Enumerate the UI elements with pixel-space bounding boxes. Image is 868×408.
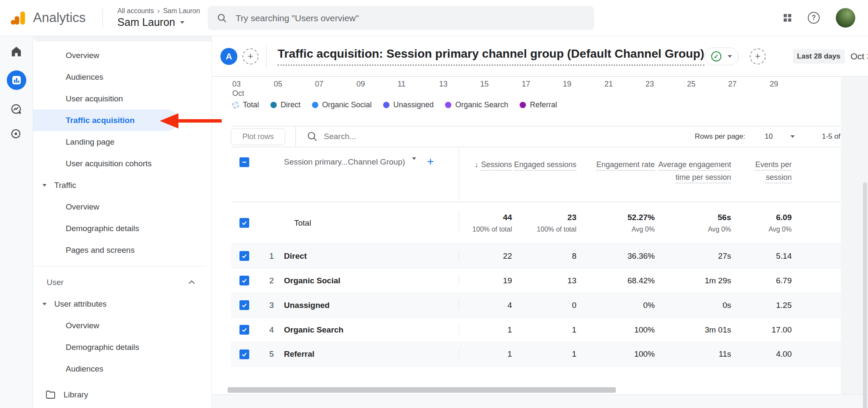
sidebar-item-library[interactable]: Library xyxy=(33,384,211,405)
legend-dot-icon xyxy=(445,102,451,108)
legend-item-unassigned: Unassigned xyxy=(383,101,434,109)
x-tick: 11 xyxy=(398,79,406,89)
sidebar-item-traffic-acquisition[interactable]: Traffic acquisition xyxy=(33,109,178,131)
nav-rail xyxy=(0,36,33,408)
sidebar-item-traffic-demographic-details[interactable]: Demographic details xyxy=(33,218,211,239)
sidebar-item-user-overview[interactable]: Overview xyxy=(33,315,211,336)
legend-item-total: Total xyxy=(232,101,259,109)
explore-icon[interactable] xyxy=(11,103,22,115)
cell-rate: 0% xyxy=(576,301,655,310)
dimension-header-cell: Session primary...Channel Group) + xyxy=(231,147,459,202)
sidebar-group-user-attributes[interactable]: User attributes xyxy=(33,293,211,315)
total-engaged: 23 100% of total xyxy=(512,213,576,233)
table-search-input[interactable] xyxy=(324,132,451,141)
add-report-button[interactable]: + xyxy=(750,48,766,64)
sidebar-item-overview[interactable]: Overview xyxy=(33,45,211,66)
row-checkbox[interactable] xyxy=(239,218,249,228)
report-status-button[interactable]: ✓ xyxy=(704,48,739,65)
sidebar-item-audiences[interactable]: Audiences xyxy=(33,66,211,88)
account-switcher[interactable]: Sam Lauron xyxy=(117,16,200,28)
cell-avg-time: 1m 29s xyxy=(655,276,731,285)
legend-item-direct: Direct xyxy=(270,101,300,109)
row-label-cell: 2 Organic Social xyxy=(231,268,459,293)
rows-per-page-value[interactable]: 10 xyxy=(765,132,773,141)
select-all-checkbox[interactable] xyxy=(239,157,249,167)
brand-name: Analytics xyxy=(33,10,86,25)
table-row: 1 Direct 22 8 36.36% 27s 5.14 xyxy=(231,243,851,268)
column-header-engaged-sessions[interactable]: Engaged sessions xyxy=(512,147,576,202)
plot-rows-button[interactable]: Plot rows xyxy=(231,129,285,145)
user-avatar[interactable] xyxy=(836,8,855,28)
x-tick: 19 xyxy=(563,79,571,89)
row-checkbox[interactable] xyxy=(239,325,249,335)
annotation-arrow xyxy=(160,113,222,129)
cell-avg-time: 0s xyxy=(655,301,731,310)
add-comparison-button[interactable]: + xyxy=(242,48,259,64)
reports-icon[interactable] xyxy=(7,70,26,90)
breadcrumb[interactable]: All accounts › Sam Lauron xyxy=(117,7,200,15)
cell-engaged: 0 xyxy=(512,301,576,310)
report-header-actions: ✓ + Last 28 days Oct 3 xyxy=(704,48,868,65)
property-badge[interactable]: A xyxy=(220,48,237,65)
vertical-scrollbar[interactable] xyxy=(863,182,867,408)
analytics-logo[interactable]: Analytics xyxy=(10,9,86,26)
advertising-icon[interactable] xyxy=(11,129,22,140)
chevron-down-icon[interactable] xyxy=(412,157,416,160)
chart-legend: Total Direct Organic Social Unassigned O… xyxy=(232,101,557,109)
cell-engaged: 1 xyxy=(512,325,576,335)
row-checkbox[interactable] xyxy=(239,276,249,285)
indeterminate-icon xyxy=(241,159,248,165)
sidebar-group-traffic[interactable]: Traffic xyxy=(33,174,211,196)
sidebar-item-pages-and-screens[interactable]: Pages and screens xyxy=(33,239,211,261)
sidebar-item-landing-page[interactable]: Landing page xyxy=(33,131,211,153)
x-tick: 21 xyxy=(604,79,613,89)
row-label-cell: 1 Direct xyxy=(231,244,459,268)
x-tick: 17 xyxy=(522,79,530,89)
row-checkbox[interactable] xyxy=(239,300,249,310)
legend-dot-icon xyxy=(383,102,389,108)
breadcrumb-root[interactable]: All accounts xyxy=(117,7,154,15)
column-header-sessions[interactable]: ↓Sessions xyxy=(459,147,512,202)
help-icon[interactable]: ? xyxy=(808,12,820,24)
chevron-down-icon[interactable] xyxy=(790,135,795,138)
sidebar-item-user-acquisition-cohorts[interactable]: User acquisition cohorts xyxy=(33,153,211,174)
sidebar-item-traffic-overview[interactable]: Overview xyxy=(33,196,211,218)
card-bottom-edge xyxy=(212,394,868,408)
report-title[interactable]: Traffic acquisition: Session primary cha… xyxy=(278,47,704,66)
legend-dot-icon xyxy=(520,102,526,108)
breadcrumb-current[interactable]: Sam Lauron xyxy=(163,7,200,15)
cell-events: 4.00 xyxy=(731,349,792,359)
add-dimension-button[interactable]: + xyxy=(427,157,434,166)
cell-sessions: 22 xyxy=(459,252,512,261)
apps-grid-icon[interactable] xyxy=(783,14,792,22)
row-checkbox[interactable] xyxy=(239,349,249,359)
search-icon xyxy=(307,131,318,142)
row-checkbox[interactable] xyxy=(239,251,249,261)
dimension-selector[interactable]: Session primary...Channel Group) xyxy=(284,157,405,167)
column-header-events-per-session[interactable]: Events per session xyxy=(731,147,792,202)
home-icon[interactable] xyxy=(11,46,22,57)
sidebar-divider xyxy=(33,266,206,266)
date-range-selector[interactable]: Last 28 days xyxy=(793,49,845,64)
sidebar-item-user-demographic-details[interactable]: Demographic details xyxy=(33,336,211,358)
cell-avg-time: 27s xyxy=(655,252,731,261)
x-tick: 29 xyxy=(770,79,778,89)
ga-logo-icon xyxy=(10,9,27,26)
horizontal-scrollbar[interactable] xyxy=(228,387,616,393)
cell-engaged: 8 xyxy=(512,252,576,261)
sidebar-item-user-audiences[interactable]: Audiences xyxy=(33,358,211,380)
table-total-row: Total 44 100% of total 23 100% of total … xyxy=(231,202,851,243)
table-search[interactable] xyxy=(307,131,451,142)
table-header-row: Session primary...Channel Group) + ↓Sess… xyxy=(231,147,851,202)
column-header-avg-engagement-time[interactable]: Average engagement time per session xyxy=(655,147,731,202)
column-header-engagement-rate[interactable]: Engagement rate xyxy=(576,147,655,202)
check-icon xyxy=(241,277,248,284)
search-input[interactable] xyxy=(236,13,532,23)
collapse-caret-icon xyxy=(42,184,47,187)
sidebar-section-user[interactable]: User xyxy=(33,271,211,293)
global-search[interactable] xyxy=(208,6,594,30)
sidebar-item-user-acquisition[interactable]: User acquisition xyxy=(33,88,211,109)
reports-sidebar: Overview Audiences User acquisition Traf… xyxy=(33,36,212,408)
cell-sessions: 1 xyxy=(459,349,512,359)
account-name: Sam Lauron xyxy=(117,16,175,28)
